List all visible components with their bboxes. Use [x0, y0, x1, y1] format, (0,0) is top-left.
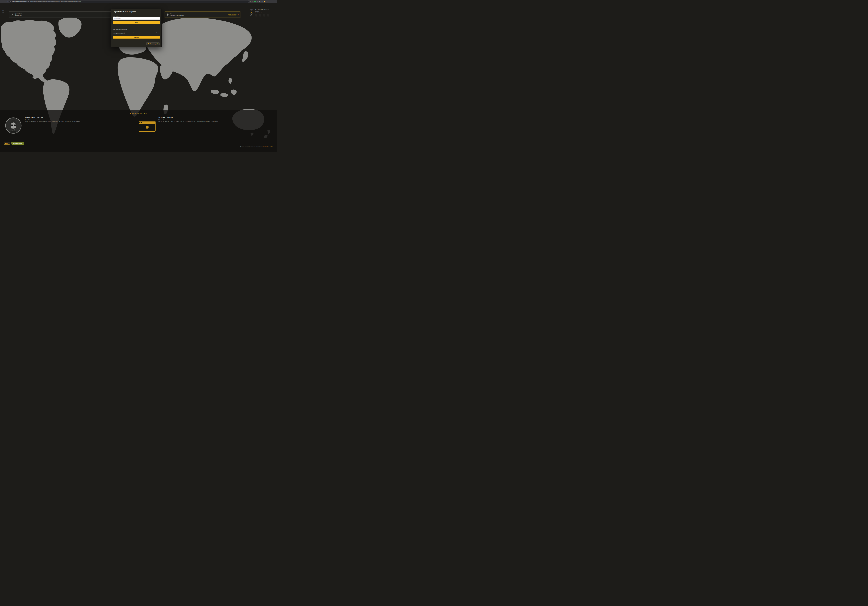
- share-icon[interactable]: ⇪: [250, 0, 251, 3]
- map-attribution: The map is based on public domain map da…: [240, 146, 273, 147]
- threat-heading: THREAT PROFILE: [158, 116, 240, 118]
- zoom-out-button[interactable]: −: [2, 12, 4, 13]
- injection-syringe-icon: [11, 14, 13, 16]
- modal-title: Log in to track your progress: [113, 11, 160, 13]
- email-field[interactable]: [113, 17, 160, 20]
- adversary-description: Subject is well-known for targeting worl…: [25, 121, 117, 122]
- zoom-in-button[interactable]: +: [2, 10, 4, 11]
- weaknesses-label: Most Critical Weaknesses: [255, 9, 276, 10]
- lock-icon: [10, 1, 11, 2]
- maturity-badge: [267, 14, 269, 17]
- footer-divider: [4, 139, 273, 139]
- menu-kebab-icon[interactable]: ⋮: [267, 0, 268, 3]
- topic-selector-panel[interactable]: Injection Flaws SQL injection: [9, 11, 111, 18]
- topic-subtopic-label: SQL injection: [15, 15, 22, 16]
- java-icon: [166, 13, 169, 16]
- login-modal: Log in to track your progress Email Addr…: [111, 9, 162, 47]
- profile-avatar[interactable]: C: [264, 1, 265, 2]
- chevron-down-icon[interactable]: ▾: [238, 14, 239, 15]
- mission-briefing-title: MISSION BRIEFING: [0, 113, 277, 115]
- accuracy-label: Accuracy: [255, 11, 276, 12]
- adversary-avatar: [5, 117, 22, 134]
- url-bar[interactable]: portal.securecodewarrior.com/?utm_source…: [9, 0, 249, 3]
- remembered-badge: REMEMBERED: [228, 14, 236, 15]
- language-selector-panel[interactable]: Java Enterprise Edition (Basic) REMEMBER…: [164, 11, 240, 18]
- skull-icon: [145, 125, 149, 130]
- login-button[interactable]: Login: [4, 142, 10, 145]
- topic-category-label: Injection Flaws: [15, 13, 22, 14]
- extension-icon[interactable]: [257, 1, 258, 2]
- threat-description: The IDE has detected a security threat. …: [158, 121, 240, 122]
- signup-heading: Don't have an SCW account?: [113, 29, 160, 30]
- continue-as-guest-button[interactable]: Continue as guest: [146, 42, 160, 45]
- language-framework-label: Enterprise Edition (Basic): [170, 15, 184, 16]
- extension-green-icon[interactable]: [254, 1, 256, 2]
- adversary-profile: ADVERSARY PROFILE Alias: Firstname Lastn…: [25, 116, 117, 122]
- level-label: Level: [249, 9, 254, 10]
- signup-button[interactable]: Sign up: [113, 36, 160, 39]
- maturity-label: Security Maturity: [255, 12, 276, 13]
- threat-profile: THREAT PROFILE SQL injection The IDE has…: [158, 116, 240, 122]
- browser-toolbar: ← → ↻ portal.securecodewarrior.com/?utm_…: [0, 0, 277, 3]
- email-label: Email Address: [113, 15, 160, 17]
- adversary-alias: Alias: Firstname Lastname: [25, 119, 117, 120]
- level-ring: 0: [250, 11, 253, 14]
- side-panel-icon[interactable]: ◫: [262, 0, 263, 3]
- mission-section-overlay: [0, 110, 277, 152]
- url-text: portal.securecodewarrior.com/?utm_source…: [12, 1, 81, 2]
- points-label: Points: [249, 15, 254, 16]
- threat-window-titlebar: [139, 122, 155, 124]
- signup-text: Sign up for a free 14-day trial to track…: [113, 31, 160, 34]
- natural-earth-link[interactable]: Natural Earth: [263, 146, 268, 147]
- threat-name: SQL injection: [158, 119, 240, 120]
- back-icon[interactable]: ←: [1, 0, 3, 3]
- maturity-badge: [259, 14, 261, 17]
- level-value: 0: [251, 11, 252, 13]
- map-zoom-controls: + −: [2, 10, 4, 14]
- adversary-heading: ADVERSARY PROFILE: [25, 116, 117, 118]
- enter-game-mode-button[interactable]: Enter game mode: [11, 142, 24, 145]
- reload-icon[interactable]: ↻: [6, 0, 8, 3]
- bookmark-star-icon[interactable]: ☆: [252, 0, 253, 3]
- maturity-badge: [263, 14, 265, 17]
- next-button[interactable]: Next: [113, 21, 160, 24]
- amcharts-link[interactable]: amCharts: [270, 146, 273, 147]
- puzzle-extensions-icon[interactable]: ▦: [259, 0, 260, 3]
- maturity-badge: [255, 14, 257, 17]
- language-name-label: Java: [170, 13, 184, 14]
- forward-icon[interactable]: →: [4, 0, 6, 3]
- forgot-password-link[interactable]: Forgot Password: [113, 25, 160, 26]
- threat-browser-graphic: [139, 121, 155, 132]
- maturity-badges: [255, 14, 276, 17]
